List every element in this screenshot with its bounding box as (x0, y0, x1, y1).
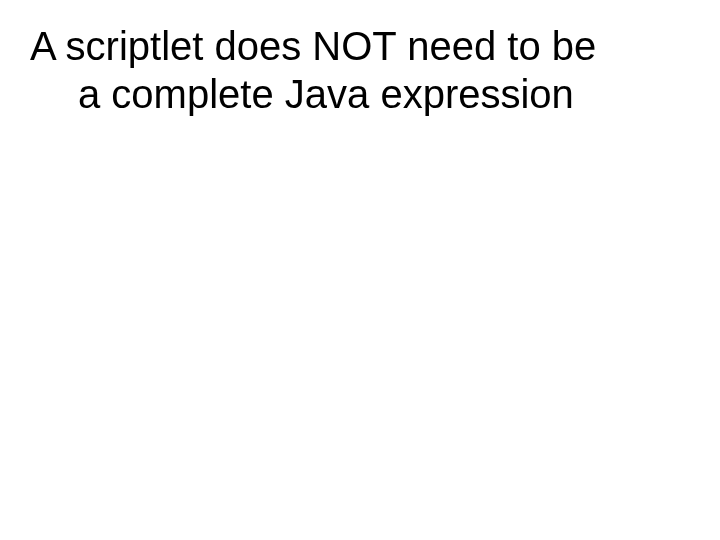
title-line-1: A scriptlet does NOT need to be (30, 22, 690, 70)
slide-container: A scriptlet does NOT need to be a comple… (0, 0, 720, 540)
title-line-2: a complete Java expression (30, 70, 690, 118)
slide-title: A scriptlet does NOT need to be a comple… (30, 22, 690, 118)
